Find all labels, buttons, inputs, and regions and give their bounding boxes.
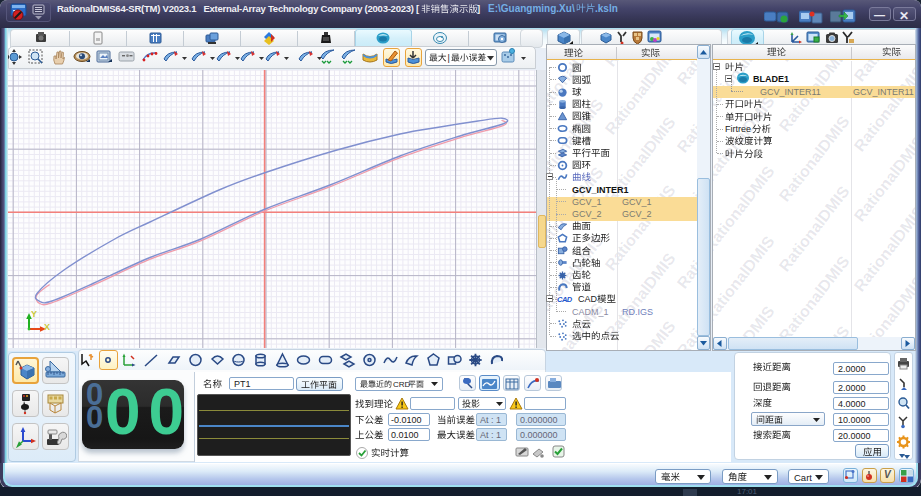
svg-text:X: X [44,322,50,332]
svg-text:Y: Y [31,309,37,319]
